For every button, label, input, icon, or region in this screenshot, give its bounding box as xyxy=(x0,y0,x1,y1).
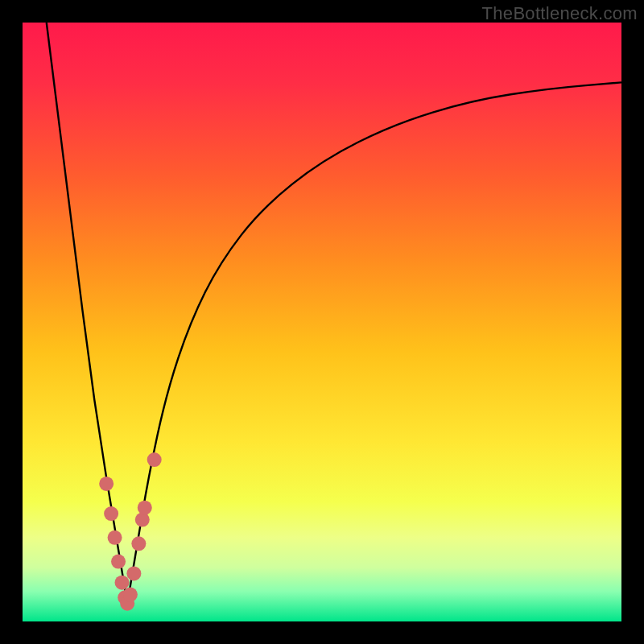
highlight-dot xyxy=(123,588,138,602)
highlight-dot xyxy=(104,506,118,521)
highlight-dot xyxy=(135,513,150,527)
chart-plot-area xyxy=(23,23,621,621)
chart-svg xyxy=(23,23,621,621)
watermark-text: TheBottleneck.com xyxy=(482,3,638,24)
highlight-dot xyxy=(126,566,141,580)
highlight-dot xyxy=(111,555,126,569)
chart-frame: TheBottleneck.com xyxy=(0,0,644,644)
highlight-dot xyxy=(115,576,130,590)
highlight-dot xyxy=(131,536,146,551)
highlight-dot xyxy=(99,477,114,491)
highlight-dot xyxy=(138,501,152,515)
highlight-dot xyxy=(108,530,122,545)
highlight-dot xyxy=(147,452,162,467)
